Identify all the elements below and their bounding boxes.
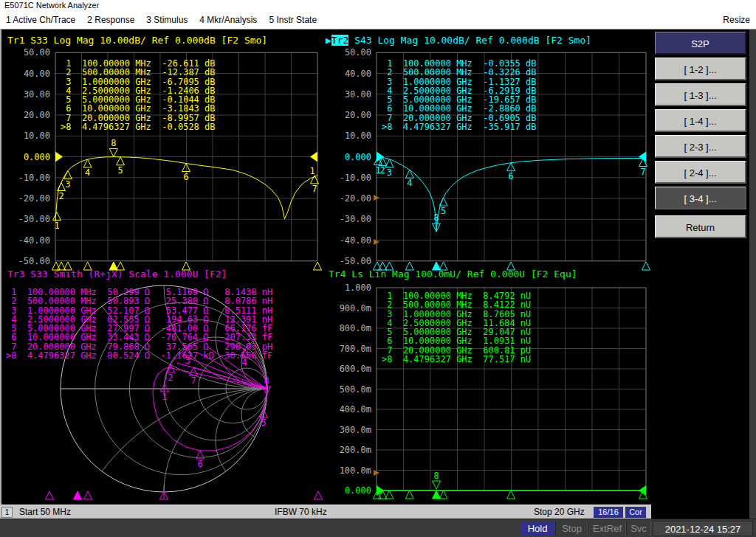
axis-label: 400.0m <box>327 404 371 414</box>
axis-label: 1.000 <box>327 283 371 292</box>
hold-status-badge: Hold <box>520 522 554 536</box>
resize-button[interactable]: Resize <box>723 11 750 29</box>
softkey-s2p[interactable]: S2P <box>655 32 746 55</box>
marker-label: 2 <box>58 191 63 201</box>
axis-label: -40.00 <box>327 235 371 245</box>
marker-triangle-icon <box>405 170 413 178</box>
axis-label: 40.00 <box>6 69 50 78</box>
softkey--1-4-[interactable]: [ 1-4 ]... <box>655 109 746 132</box>
axis-label: -20.00 <box>6 193 50 203</box>
tr2-marker-table: 1 100.00000 MHz -0.0355 dB 2 500.00000 M… <box>382 59 537 131</box>
axis-label: -30.00 <box>6 214 50 224</box>
axis-label: -40.00 <box>6 235 50 245</box>
stop-status: Stop <box>555 522 588 536</box>
svc-status: Svc <box>626 522 651 536</box>
axis-label: -50.00 <box>327 256 371 266</box>
softkey--2-3-[interactable]: [ 2-3 ]... <box>655 135 746 158</box>
window-title: E5071C Network Analyzer <box>0 0 756 11</box>
axis-label: 50.00 <box>6 47 50 57</box>
marker-triangle-icon <box>315 491 323 499</box>
softkey-return[interactable]: Return <box>655 215 746 238</box>
marker-label: 6 <box>197 459 202 469</box>
marker-row: 6 10.000000 GHz 1.0931 nU <box>382 336 531 345</box>
marker-row: 6 10.000000 GHz -3.1843 dB <box>61 104 216 113</box>
marker-row: 2 500.00000 MHz 8.4122 nU <box>382 300 531 309</box>
tr1-header: Tr1 S33 Log Mag 10.00dB/ Ref 0.000dB [F2… <box>7 35 267 46</box>
axis-label: 500.0m <box>327 384 371 394</box>
correction-badge: Cor <box>625 507 646 518</box>
axis-label: 10.00 <box>327 131 371 140</box>
marker-label: 7 <box>190 375 196 386</box>
softkey--3-4-[interactable]: [ 3-4 ]... <box>655 187 746 209</box>
axis-label: -30.00 <box>327 214 371 224</box>
marker-triangle-icon <box>74 491 82 499</box>
marker-triangle-icon <box>84 491 92 499</box>
marker-label: 8 <box>433 212 439 223</box>
axis-label: 20.00 <box>327 110 371 119</box>
marker-label: 4 <box>85 167 90 178</box>
menu-item-2-response[interactable]: 2 Response <box>87 11 134 29</box>
channel-status-bar: 1 Start 50 MHz IFBW 70 kHz Stop 20 GHz 1… <box>0 505 651 519</box>
tr2-header: ▶Tr2 S43 Log Mag 10.00dB/ Ref 0.000dB [F… <box>326 35 591 46</box>
marker-triangle-icon <box>405 491 413 499</box>
marker-row: 2 500.00000 MHz -12.387 dB <box>61 68 216 77</box>
softkey--1-3-[interactable]: [ 1-3 ]... <box>655 83 746 106</box>
axis-label: 800.0m <box>327 323 371 333</box>
marker-triangle-icon <box>439 491 447 499</box>
tr3-marker-table: 1 100.00000 MHz 50.299 Ω 5.1169 Ω 8.1438… <box>6 288 272 360</box>
marker-triangle-icon <box>433 481 441 489</box>
axis-label: 30.00 <box>6 89 50 99</box>
axis-label: 0.000 <box>327 485 371 495</box>
marker-label: 7 <box>640 167 645 177</box>
datetime-display: 2021-12-24 15:27 <box>653 521 753 536</box>
marker-label: 4 <box>407 178 412 188</box>
menu-item-5-instr-state[interactable]: 5 Instr State <box>269 11 317 29</box>
marker-triangle-icon <box>109 149 117 157</box>
marker-label: 8 <box>433 471 439 481</box>
menu-item-3-stimulus[interactable]: 3 Stimulus <box>146 11 188 29</box>
marker-triangle-icon <box>117 157 125 165</box>
axis-label: 300.0m <box>327 425 371 434</box>
softkey--1-2-[interactable]: [ 1-2 ]... <box>655 58 746 80</box>
axis-label: 0.000 <box>327 152 371 162</box>
marker-row: 2 500.00000 MHz 50.893 Ω 25.380 Ω 8.0786… <box>6 297 272 305</box>
marker-label: 6 <box>508 171 513 181</box>
axis-label: 10.00 <box>6 131 50 140</box>
marker-label: 2 <box>380 165 385 176</box>
axis-label: 900.0m <box>327 303 371 313</box>
active-trace-arrow-icon: ▶ <box>326 35 331 46</box>
tr4-marker-table: 1 100.00000 MHz 8.4792 nU 2 500.00000 MH… <box>382 291 531 364</box>
marker-row: >8 4.4796327 GHz -35.917 dB <box>382 122 537 131</box>
menu-bar: 1 Active Ch/Trace2 Response3 Stimulus4 M… <box>0 11 756 30</box>
axis-label: 40.00 <box>327 69 371 78</box>
marker-label: 7 <box>312 184 317 194</box>
marker-label: 3 <box>387 167 392 178</box>
reference-level-arrow-icon <box>55 152 63 162</box>
tr1-marker-table: 1 100.00000 MHz -26.611 dB 2 500.00000 M… <box>61 59 216 131</box>
menu-item-4-mkr-analysis[interactable]: 4 Mkr/Analysis <box>199 11 257 29</box>
stop-frequency: Stop 20 GHz <box>534 507 585 517</box>
reference-level-arrow-icon <box>377 152 384 162</box>
axis-label: -20.00 <box>327 193 371 203</box>
axis-label: 600.0m <box>327 364 371 373</box>
marker-row: >8 4.4796327 GHz 80.524 Ω -1.1627 kΩ 30.… <box>6 351 272 360</box>
marker-label: 8 <box>111 138 116 148</box>
marker-row: 2 500.00000 MHz -0.3226 dB <box>382 68 537 77</box>
tr4-header: Tr4 Ls Lin Mag 100.0mU/ Ref 0.000U [F2 E… <box>329 268 577 280</box>
points-badge: 16/16 <box>594 507 623 518</box>
start-frequency: Start 50 MHz <box>19 507 71 517</box>
marker-label: 5 <box>261 418 266 428</box>
marker-triangle-icon <box>507 491 515 499</box>
axis-label: 200.0m <box>327 445 371 454</box>
tr3-header: Tr3 S33 Smith (R+jX) Scale 1.000U [F2] <box>7 268 227 280</box>
softkey--2-4-[interactable]: [ 2-4 ]... <box>655 161 746 184</box>
marker-triangle-icon <box>642 262 650 270</box>
axis-label: 20.00 <box>6 110 50 119</box>
extref-status: ExtRef <box>588 522 626 536</box>
sidebar-right-strip <box>749 30 756 519</box>
marker-triangle-icon <box>161 384 169 392</box>
axis-label: -10.00 <box>327 173 371 182</box>
marker-label: 1 <box>309 166 315 176</box>
menu-item-1-active-ch-trace[interactable]: 1 Active Ch/Trace <box>6 11 75 29</box>
softkey-sidebar: S2P[ 1-2 ]...[ 1-3 ]...[ 1-4 ]...[ 2-3 ]… <box>653 30 749 519</box>
